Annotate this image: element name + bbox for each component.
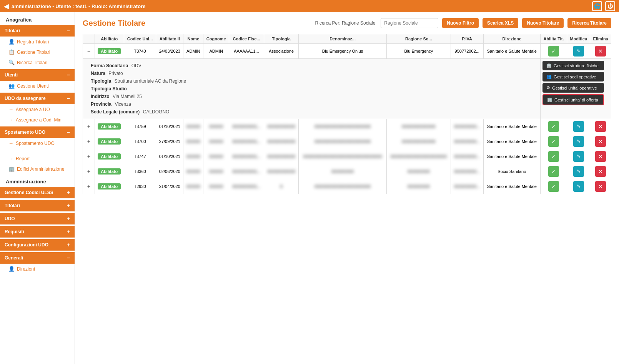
power-icon-btn[interactable]: ⏻ [605,1,615,11]
modifica-row2-button[interactable]: ✎ [573,121,584,132]
sidebar-item-assegnare-cod-min[interactable]: → Assegnare a Cod. Min. [0,115,75,125]
sidebar-item-registra-titolari[interactable]: 👤 Registra Titolari [0,37,75,47]
gestisci-sedi-button[interactable]: 👥 Gestisci sedi operative [542,72,604,81]
row2-direzione-cell: Sanitario e Salute Mentale [483,119,541,134]
amministrazione-label: Amministrazione [0,174,75,187]
modifica-row5-button[interactable]: ✎ [573,166,584,177]
row3-codice-fisc-cell: XXXXXXXX1... [229,134,264,149]
row4-abilitato-il-cell: 01/10/2021 [156,149,183,164]
abilita-row6-button[interactable]: ✓ [548,181,559,192]
abilita-row2-button[interactable]: ✓ [548,121,559,132]
row1-elimina-cell: ✕ [590,44,611,59]
row3-nome-cell: XXXXX [183,134,203,149]
row2-expand-cell: + [83,119,95,134]
abilita-row1-button[interactable]: ✓ [548,46,559,57]
detail-tipologia: Tipologia Struttura territoriale AC da R… [91,77,532,85]
row4-codice-cell: T3747 [124,149,156,164]
sidebar-item-direzioni[interactable]: 👤 Direzioni [0,264,75,274]
sidebar-group-titolari: Titolari − 👤 Registra Titolari 📋 Gestion… [0,25,75,68]
sidebar-item-report[interactable]: → Report [0,153,75,164]
ricerca-titolare-button[interactable]: Ricerca Titolare [567,18,611,28]
modifica-row4-button[interactable]: ✎ [573,151,584,162]
col-expand [83,34,95,44]
row6-modifica-cell: ✎ [567,179,590,194]
expand-row6-button[interactable]: + [86,183,92,189]
sidebar-group-header-requisiti[interactable]: Requisiti + [0,226,75,238]
sidebar: Anagrafica Titolari − 👤 Registra Titolar… [0,12,75,364]
row6-piva-cell: XXXXXXXX... [451,179,483,194]
row1-direzione-cell: Sanitario e Salute Mentale [483,44,541,59]
sidebar-item-gestione-utenti[interactable]: 👥 Gestione Utenti [0,81,75,91]
scarica-xls-button[interactable]: Scarica XLS [483,18,518,28]
row2-piva-cell: XXXXXXXX... [451,119,483,134]
elimina-row2-button[interactable]: ✕ [595,121,606,132]
abilita-row3-button[interactable]: ✓ [548,136,559,147]
status-badge: Abilitato [98,153,121,160]
sidebar-item-edifici[interactable]: 🏢 Edifici Amministrazione [0,164,75,174]
sidebar-group-header-spostamento-udo[interactable]: Spostamento UDO − [0,126,75,138]
sidebar-group-header-udo[interactable]: UDO + [0,213,75,224]
sidebar-group-generali: Generali − 👤 Direzioni [0,252,75,274]
arrow-icon-3: → [8,140,13,146]
modifica-row6-button[interactable]: ✎ [573,181,584,192]
col-piva: P.IVA [451,34,483,44]
modifica-row1-button[interactable]: ✎ [573,46,584,57]
expand-row2-button[interactable]: + [86,123,92,130]
elimina-row3-button[interactable]: ✕ [595,136,606,147]
col-direzione: Direzione [483,34,541,44]
row1-codice-fisc-cell: AAAAAA11... [229,44,264,59]
row1-piva-cell: 950772002... [451,44,483,59]
sidebar-group-header-titolari[interactable]: Titolari − [0,25,75,37]
globe-icon-btn[interactable]: 🌐 [592,1,602,11]
sidebar-group-header-admin-titolari[interactable]: Titolari + [0,200,75,211]
sidebar-item-ricerca-titolari[interactable]: 🔍 Ricerca Titolari [0,57,75,68]
sidebar-item-assegnare-uo[interactable]: → Assegnare a UO [0,104,75,115]
sidebar-group-udo-assegnare: UDO da assegnare − → Assegnare a UO → As… [0,93,75,125]
col-codice-uni: Codice Uni... [124,34,156,44]
modifica-row3-button[interactable]: ✎ [573,136,584,147]
abilita-row4-button[interactable]: ✓ [548,151,559,162]
row1-nome-cell: ADMIN [183,44,203,59]
elimina-row6-button[interactable]: ✕ [595,181,606,192]
abilita-row5-button[interactable]: ✓ [548,166,559,177]
elimina-row4-button[interactable]: ✕ [595,151,606,162]
row5-abilita-cell: ✓ [541,164,567,179]
row6-abilitato-il-cell: 21/04/2020 [156,179,183,194]
row2-abilitato-il-cell: 01/10/2021 [156,119,183,134]
sidebar-item-gestione-titolari[interactable]: 📋 Gestione Titolari [0,47,75,57]
col-elimina: Elimina [590,34,611,44]
sidebar-group-header-configurazioni-udo[interactable]: Configurazioni UDO + [0,239,75,251]
sidebar-group-header-utenti[interactable]: Utenti − [0,69,75,81]
gestisci-unita-offerta-button[interactable]: 🏢 Gestisci unita' di offerta [542,94,604,105]
collapse-row1-button[interactable]: − [86,48,92,54]
row5-elimina-cell: ✕ [590,164,611,179]
sidebar-group-header-udo-assegnare[interactable]: UDO da assegnare − [0,93,75,104]
anagrafica-label: Anagrafica [0,12,75,25]
row6-denominaz-cell: XXXXXXXXXXXXXXXXXXXX [299,179,387,194]
table-row: + Abilitato T3759 01/10/2021 XXXXX XXXXX… [83,119,611,134]
row6-codice-fisc-cell: XXXXXXXX1... [229,179,264,194]
row3-tipologia-cell: XXXXXXXXXX [264,134,298,149]
topbar-arrow[interactable]: ◀ [4,3,8,10]
col-modifica: Modifica [567,34,590,44]
elimina-row1-button[interactable]: ✕ [595,46,606,57]
row4-modifica-cell: ✎ [567,149,590,164]
row4-nome-cell: XXXXX [183,149,203,164]
gestisci-strutture-button[interactable]: 🏢 Gestisci strutture fisiche [542,61,604,70]
search-input[interactable] [381,18,438,28]
expand-row5-button[interactable]: + [86,168,92,175]
sidebar-group-header-gestione-codici[interactable]: Gestione Codici ULSS + [0,187,75,198]
expand-row4-button[interactable]: + [86,153,92,160]
search-icon: 🔍 [8,60,15,65]
nuovo-filtro-button[interactable]: Nuovo Filtro [442,18,479,28]
nuovo-titolare-button[interactable]: Nuovo Titolare [522,18,564,28]
row5-abilitato-il-cell: 02/06/2020 [156,164,183,179]
gestisci-unita-operative-button[interactable]: ⚙ Gestisci unita' operative [542,83,604,93]
sidebar-item-spostamento-udo[interactable]: → Spostamento UDO [0,138,75,148]
row3-ragione-so-cell: XXXXXXXXXXXX [386,134,451,149]
row5-codice-cell: T3360 [124,164,156,179]
row1-abilitato-il-cell: 24/03/2023 [156,44,183,59]
expand-row3-button[interactable]: + [86,138,92,145]
elimina-row5-button[interactable]: ✕ [595,166,606,177]
sidebar-group-header-generali[interactable]: Generali − [0,252,75,264]
